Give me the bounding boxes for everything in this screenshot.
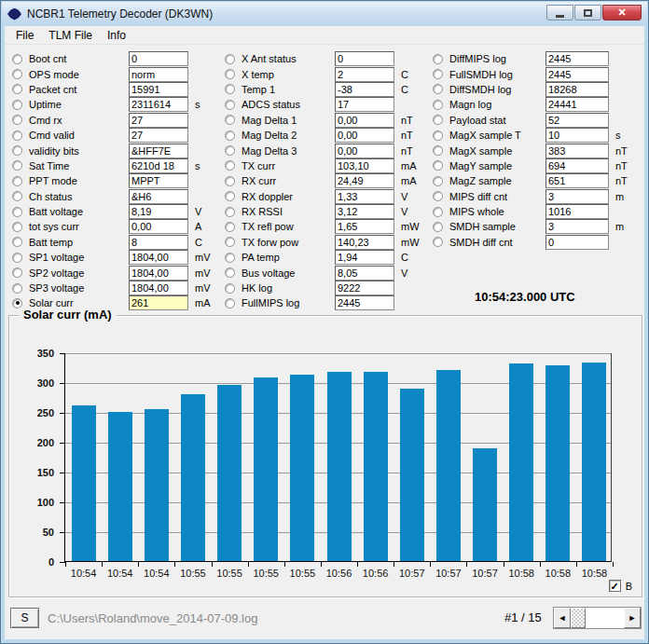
close-button[interactable]: ✕ — [602, 5, 642, 21]
radio-tot-sys-curr[interactable] — [12, 222, 22, 232]
field-label[interactable]: MIPS diff cnt — [449, 191, 545, 202]
radio-ops-mode[interactable] — [12, 69, 22, 79]
ppt-mode-value[interactable]: MPPT — [129, 173, 188, 188]
radio-boot-cnt[interactable] — [12, 54, 22, 64]
radio-mips-diff-cnt[interactable] — [433, 191, 443, 201]
radio-batt-voltage[interactable] — [12, 207, 22, 217]
field-label[interactable]: DiffSMDH log — [449, 84, 545, 95]
radio-rx-rssi[interactable] — [225, 207, 235, 217]
radio-pa-temp[interactable] — [225, 253, 235, 263]
mag-delta-2-value[interactable]: 0,00 — [335, 128, 394, 143]
field-label[interactable]: Temp 1 — [242, 84, 335, 95]
bus-voltage-value[interactable]: 8,05 — [335, 266, 394, 281]
magx-sample-t-value[interactable]: 10 — [545, 128, 609, 143]
s-button[interactable]: S — [10, 608, 39, 628]
radio-fullsmdh-log[interactable] — [433, 69, 443, 79]
cmd-valid-value[interactable]: 27 — [129, 128, 188, 143]
pa-temp-value[interactable]: 1,94 — [335, 250, 394, 265]
radio-mag-delta-2[interactable] — [225, 130, 235, 141]
magx-sample-value[interactable]: 383 — [545, 144, 609, 158]
field-label[interactable]: OPS mode — [29, 69, 129, 80]
checkbox-check-icon[interactable]: ✓ — [609, 580, 621, 592]
radio-mips-whole[interactable] — [433, 207, 443, 217]
hk-log-value[interactable]: 9222 — [335, 281, 394, 295]
field-label[interactable]: Uptime — [29, 99, 129, 110]
field-label[interactable]: Batt voltage — [29, 206, 129, 217]
field-label[interactable]: validity bits — [29, 145, 129, 157]
field-label[interactable]: MagZ sample — [449, 175, 545, 186]
radio-fullmips-log[interactable] — [225, 298, 235, 308]
scroll-left-button[interactable]: ◄ — [554, 608, 571, 628]
title-bar[interactable]: NCBR1 Telemetry Decoder (DK3WN) ✕ — [2, 2, 647, 26]
diffsmdh-log-value[interactable]: 18268 — [545, 82, 609, 97]
radio-diffmips-log[interactable] — [433, 54, 443, 64]
field-label[interactable]: Sat Time — [29, 160, 129, 171]
radio-hk-log[interactable] — [225, 283, 235, 294]
field-label[interactable]: ADCS status — [242, 99, 335, 110]
cmd-rx-value[interactable]: 27 — [129, 113, 188, 128]
radio-diffsmdh-log[interactable] — [433, 84, 443, 94]
field-label[interactable]: TX curr — [242, 160, 335, 171]
temp-1-value[interactable]: -38 — [335, 82, 394, 97]
radio-magz-sample[interactable] — [433, 176, 443, 186]
batt-temp-value[interactable]: 8 — [129, 235, 188, 250]
radio-adcs-status[interactable] — [225, 100, 235, 110]
field-label[interactable]: Cmd rx — [29, 115, 129, 126]
field-label[interactable]: SP1 voltage — [29, 252, 129, 263]
radio-sp1-voltage[interactable] — [12, 253, 22, 263]
field-label[interactable]: Cmd valid — [29, 130, 129, 141]
menu-file[interactable]: File — [8, 27, 41, 44]
radio-tx-curr[interactable] — [225, 160, 235, 171]
rx-curr-value[interactable]: 24,49 — [335, 173, 394, 188]
radio-sp3-voltage[interactable] — [12, 283, 22, 294]
rx-doppler-value[interactable]: 1,33 — [335, 189, 394, 204]
batt-voltage-value[interactable]: 8,19 — [129, 204, 188, 219]
radio-x-ant-status[interactable] — [225, 54, 235, 64]
packet-cnt-value[interactable]: 15991 — [129, 82, 188, 97]
radio-temp-1[interactable] — [225, 84, 235, 94]
sp2-voltage-value[interactable]: 1804,00 — [129, 266, 188, 281]
radio-sat-time[interactable] — [12, 160, 22, 171]
sp1-voltage-value[interactable]: 1804,00 — [129, 250, 188, 265]
radio-mag-delta-3[interactable] — [225, 145, 235, 156]
field-label[interactable]: MagX sample T — [449, 130, 545, 141]
fullsmdh-log-value[interactable]: 2445 — [545, 67, 609, 82]
x-temp-value[interactable]: 2 — [335, 67, 394, 82]
diffmips-log-value[interactable]: 2445 — [545, 51, 609, 66]
mips-diff-cnt-value[interactable]: 3 — [545, 189, 609, 204]
radio-magx-sample[interactable] — [433, 145, 443, 156]
field-label[interactable]: Packet cnt — [29, 84, 129, 95]
radio-validity-bits[interactable] — [12, 145, 22, 156]
radio-magn-log[interactable] — [433, 100, 443, 110]
minimize-button[interactable] — [546, 5, 573, 21]
field-label[interactable]: Payload stat — [449, 115, 545, 126]
scroll-thumb[interactable] — [571, 608, 586, 628]
field-label[interactable]: Mag Delta 3 — [242, 145, 335, 157]
radio-uptime[interactable] — [12, 100, 22, 110]
field-label[interactable]: SMDH sample — [449, 221, 545, 232]
field-label[interactable]: Ch status — [29, 191, 129, 202]
radio-tx-refl-pow[interactable] — [225, 222, 235, 232]
fullmips-log-value[interactable]: 2445 — [335, 295, 394, 310]
b-checkbox[interactable]: ✓ B — [609, 580, 632, 592]
field-label[interactable]: RX RSSI — [242, 206, 335, 217]
magz-sample-value[interactable]: 651 — [545, 173, 609, 188]
tot-sys-curr-value[interactable]: 0,00 — [129, 219, 188, 234]
radio-payload-stat[interactable] — [433, 115, 443, 125]
record-scrollbar[interactable]: ◄ ► — [553, 607, 642, 629]
uptime-value[interactable]: 2311614 — [129, 97, 188, 112]
field-label[interactable]: X Ant status — [242, 53, 335, 64]
magn-log-value[interactable]: 24441 — [545, 97, 609, 112]
scroll-track[interactable] — [586, 608, 624, 628]
sp3-voltage-value[interactable]: 1804,00 — [129, 281, 188, 295]
mips-whole-value[interactable]: 1016 — [545, 204, 609, 219]
radio-batt-temp[interactable] — [12, 237, 22, 247]
field-label[interactable]: FullSMDH log — [449, 69, 545, 80]
ch-status-value[interactable]: &H6 — [129, 189, 188, 204]
rx-rssi-value[interactable]: 3,12 — [335, 204, 394, 219]
field-label[interactable]: PPT mode — [29, 175, 129, 186]
radio-magy-sample[interactable] — [433, 160, 443, 171]
tx-curr-value[interactable]: 103,10 — [335, 158, 394, 173]
mag-delta-3-value[interactable]: 0,00 — [335, 144, 394, 158]
radio-rx-doppler[interactable] — [225, 191, 235, 201]
